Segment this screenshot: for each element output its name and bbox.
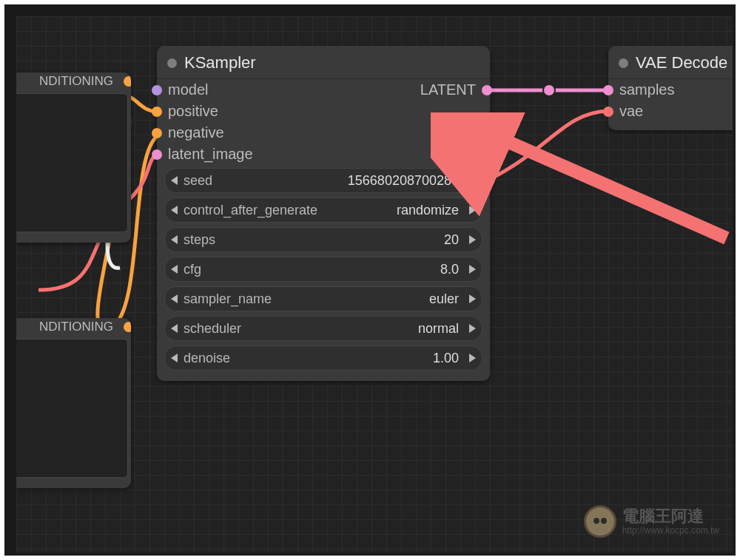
node-vae-decode[interactable]: VAE Decode samples vae — [608, 46, 733, 130]
input-port-latent-image[interactable] — [152, 149, 162, 160]
widget-scheduler[interactable]: scheduler normal — [164, 316, 482, 341]
input-port-samples[interactable] — [603, 85, 613, 95]
prompt-textarea[interactable] — [16, 339, 128, 478]
watermark: 電腦王阿達 http://www.kocpc.com.tw — [584, 505, 719, 538]
node-ksampler[interactable]: KSampler model LATENT positive negative — [157, 46, 490, 381]
decrement-icon[interactable] — [171, 235, 178, 244]
decrement-icon[interactable] — [171, 294, 178, 303]
output-label: NDITIONING — [39, 74, 113, 89]
widget-denoise[interactable]: denoise 1.00 — [164, 345, 482, 371]
node-graph-canvas[interactable]: NDITIONING NDITIONING KSampler model LAT… — [16, 16, 733, 553]
widget-control-after-generate[interactable]: control_after_generate randomize — [164, 198, 482, 223]
input-label: positive — [168, 103, 218, 120]
input-label: vae — [619, 103, 643, 120]
widget-sampler-name[interactable]: sampler_name euler — [164, 286, 482, 311]
widget-value[interactable]: randomize — [317, 203, 463, 218]
output-port-conditioning[interactable] — [124, 76, 131, 87]
input-port-positive[interactable] — [152, 107, 162, 117]
increment-icon[interactable] — [469, 176, 476, 185]
output-port-conditioning[interactable] — [124, 322, 131, 332]
widget-value[interactable]: euler — [272, 291, 463, 307]
decrement-icon[interactable] — [171, 324, 178, 333]
output-label: NDITIONING — [39, 320, 113, 334]
collapse-icon[interactable] — [167, 58, 177, 68]
widget-label: seed — [184, 173, 212, 189]
widget-value[interactable]: 1.00 — [230, 351, 463, 366]
widgets-area: seed 156680208700286 control_after_gener… — [157, 165, 490, 381]
watermark-face-icon — [584, 505, 616, 538]
widget-value[interactable]: 8.0 — [201, 262, 463, 277]
watermark-title: 電腦王阿達 — [622, 507, 719, 525]
input-label: negative — [168, 124, 224, 141]
node-conditioning-top[interactable]: NDITIONING — [16, 72, 131, 243]
widget-label: scheduler — [184, 321, 241, 337]
increment-icon[interactable] — [469, 206, 476, 215]
output-label: LATENT — [420, 81, 476, 98]
decrement-icon[interactable] — [171, 206, 178, 215]
output-port-latent[interactable] — [482, 85, 492, 95]
widget-steps[interactable]: steps 20 — [164, 227, 482, 252]
node-header[interactable]: VAE Decode — [608, 46, 733, 79]
decrement-icon[interactable] — [171, 265, 178, 274]
widget-value[interactable]: 20 — [215, 232, 463, 248]
prompt-textarea[interactable] — [16, 93, 128, 232]
decrement-icon[interactable] — [171, 354, 178, 362]
input-label: latent_image — [168, 146, 253, 163]
increment-icon[interactable] — [469, 235, 476, 244]
input-port-vae[interactable] — [603, 107, 613, 117]
decrement-icon[interactable] — [171, 176, 178, 185]
increment-icon[interactable] — [469, 354, 476, 362]
node-conditioning-bottom[interactable]: NDITIONING — [16, 318, 131, 488]
widget-label: control_after_generate — [184, 203, 317, 218]
svg-point-0 — [543, 84, 555, 96]
increment-icon[interactable] — [469, 265, 476, 274]
increment-icon[interactable] — [469, 294, 476, 303]
widget-value[interactable]: normal — [241, 321, 463, 337]
collapse-icon[interactable] — [619, 58, 628, 68]
node-header[interactable]: KSampler — [157, 46, 490, 79]
input-port-model[interactable] — [152, 85, 162, 95]
widget-label: sampler_name — [184, 291, 272, 307]
widget-label: cfg — [184, 262, 201, 277]
widget-label: denoise — [184, 351, 230, 366]
widget-seed[interactable]: seed 156680208700286 — [164, 168, 482, 193]
widget-value[interactable]: 156680208700286 — [212, 173, 463, 189]
widget-cfg[interactable]: cfg 8.0 — [164, 257, 482, 282]
input-port-negative[interactable] — [152, 128, 162, 138]
input-label: samples — [619, 81, 674, 98]
svg-line-1 — [475, 127, 727, 238]
node-title: VAE Decode — [636, 53, 727, 72]
increment-icon[interactable] — [469, 324, 476, 333]
watermark-url: http://www.kocpc.com.tw — [622, 526, 719, 536]
widget-label: steps — [184, 232, 215, 248]
input-label: model — [168, 81, 208, 98]
node-title: KSampler — [184, 53, 256, 72]
